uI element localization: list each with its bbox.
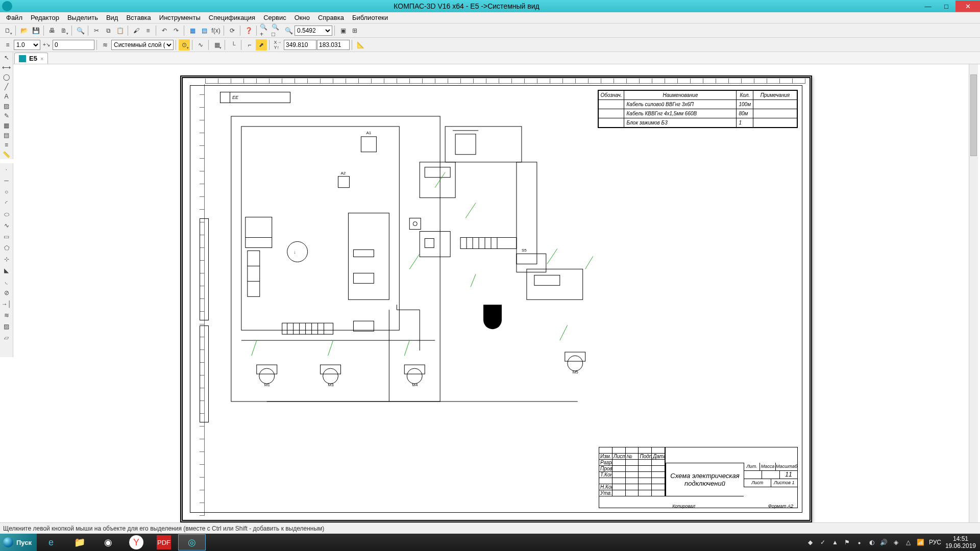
maximize-button[interactable]: □ (937, 1, 955, 12)
segment-tool[interactable]: ─ (2, 176, 12, 186)
cut-button[interactable]: ✂ (91, 25, 102, 36)
taskbar-kompas[interactable]: ◎ (178, 534, 206, 550)
lineweight-select[interactable]: 1.0 (14, 40, 40, 50)
edit-tool[interactable]: ✎ (2, 112, 12, 120)
spline-tool[interactable]: ∿ (2, 220, 12, 231)
tray-icon[interactable]: ◐ (868, 538, 876, 546)
step-input[interactable] (53, 40, 94, 50)
arc-tool[interactable]: ◜ (2, 198, 12, 208)
copy-button[interactable]: ⧉ (103, 25, 114, 36)
menu-view[interactable]: Вид (102, 13, 122, 22)
print-button[interactable]: 🖶 (46, 25, 58, 36)
scrollbar-vertical[interactable] (969, 64, 978, 534)
round-button[interactable]: ⌐ (244, 39, 255, 51)
menu-service[interactable]: Сервис (259, 13, 290, 22)
text-tool[interactable]: A (2, 92, 12, 101)
tray-icon[interactable]: △ (904, 538, 913, 546)
menu-spec[interactable]: Спецификация (205, 13, 259, 22)
lineweight-icon[interactable]: ≡ (2, 39, 13, 51)
open-button[interactable]: 📂 (18, 25, 30, 36)
tray-icon[interactable]: ◆ (806, 538, 815, 546)
point-tool[interactable]: · (2, 164, 12, 174)
rect-tool[interactable]: ▭ (2, 232, 12, 242)
minimize-button[interactable]: — (919, 1, 937, 12)
zoom-select[interactable]: 0.5492 (295, 26, 332, 36)
preview-button[interactable]: 🔍 (75, 25, 86, 36)
taskbar-ie[interactable]: e (37, 534, 65, 550)
redo-button[interactable]: ↷ (170, 25, 182, 36)
menu-tools[interactable]: Инструменты (155, 13, 205, 22)
tray-flag-icon[interactable]: ⚑ (843, 538, 851, 546)
tray-clock[interactable]: 14:51 19.06.2019 (945, 535, 976, 549)
measure-tool[interactable]: 📏 (2, 151, 12, 159)
extend-tool[interactable]: →│ (2, 299, 12, 309)
bom-button[interactable]: ▤ (199, 25, 210, 36)
close-button[interactable]: ✕ (955, 1, 980, 12)
paste-button[interactable]: 📋 (114, 25, 126, 36)
menu-insert[interactable]: Вставка (122, 13, 155, 22)
contour-tool[interactable]: ▱ (2, 333, 12, 343)
menu-help[interactable]: Справка (314, 13, 348, 22)
coord-y-input[interactable] (317, 40, 350, 50)
views-button[interactable]: ▣ (337, 25, 349, 36)
track-button[interactable]: ⬈ (256, 39, 267, 51)
tray-icon[interactable]: ◈ (892, 538, 900, 546)
start-button[interactable]: Пуск (0, 534, 37, 551)
tray-network-icon[interactable]: 📶 (917, 538, 925, 546)
polygon-tool[interactable]: ⬠ (2, 243, 12, 253)
taskbar-chrome[interactable]: ◉ (94, 534, 122, 550)
circle-tool[interactable]: ○ (2, 187, 12, 197)
step-icon[interactable]: +↘ (41, 39, 52, 51)
layers-icon[interactable]: ≋ (100, 39, 111, 51)
manager-button[interactable]: ▦ (187, 25, 198, 36)
autoaxis-tool[interactable]: ⊹ (2, 254, 12, 264)
line-tool[interactable]: ╱ (2, 82, 12, 91)
workspace[interactable]: ЕЕ 00010014650002ЕН0190% Обознач.Наимено… (14, 64, 978, 534)
hatch2-tool[interactable]: ▨ (2, 321, 12, 332)
measure-button[interactable]: 📐 (355, 39, 366, 51)
tray-icon[interactable]: ✓ (819, 538, 827, 546)
tray-volume-icon[interactable]: 🔊 (880, 538, 888, 546)
menu-file[interactable]: Файл (2, 13, 27, 22)
coord-x-input[interactable] (284, 40, 316, 50)
chamfer-tool[interactable]: ◣ (2, 265, 12, 276)
dim-tool[interactable]: ⟷ (2, 63, 12, 71)
equid-tool[interactable]: ≋ (2, 310, 12, 320)
menu-window[interactable]: Окно (290, 13, 314, 22)
zoom-scale-button[interactable]: 🔍 (283, 25, 294, 36)
tray-icon[interactable]: ▲ (831, 538, 839, 546)
arrow-tool[interactable]: ↖ (2, 53, 12, 62)
taskbar-explorer[interactable]: 📁 (66, 534, 93, 550)
doc-tab-close[interactable]: × (40, 56, 43, 62)
fillet-tool[interactable]: ◟ (2, 277, 12, 287)
param-tool[interactable]: ≡ (2, 141, 12, 149)
format-painter-button[interactable]: 🖌 (131, 25, 142, 36)
hatch-tool[interactable]: ▨ (2, 102, 12, 110)
zoom-fit-button[interactable]: 🔍□ (271, 25, 282, 36)
zoom-in-button[interactable]: 🔍+ (259, 25, 271, 36)
print-preview-button[interactable]: 🗎 (58, 25, 69, 36)
snap-button[interactable]: ⊙ (179, 39, 190, 51)
ortho-button[interactable]: └ (228, 39, 239, 51)
geom-tool[interactable]: ◯ (2, 72, 12, 81)
taskbar-yandex[interactable]: Y (129, 535, 143, 549)
tray-icon[interactable]: ⬥ (855, 538, 864, 546)
break-tool[interactable]: ⊘ (2, 288, 12, 298)
fx-button[interactable]: f(x) (210, 25, 222, 36)
tray-lang[interactable]: РУС (929, 539, 941, 546)
layer-select[interactable]: Системный слой (0) (111, 40, 174, 50)
doc-tab[interactable]: Е5 × (14, 53, 48, 64)
save-button[interactable]: 💾 (30, 25, 41, 36)
new-button[interactable]: 🗋 (2, 25, 13, 36)
help-cursor-button[interactable]: ❓ (243, 25, 254, 36)
taskbar-pdf[interactable]: PDF (157, 535, 171, 549)
menu-libs[interactable]: Библиотеки (348, 13, 392, 22)
refresh-button[interactable]: ⟳ (227, 25, 238, 36)
table-tool[interactable]: ▦ (2, 121, 12, 130)
menu-editor[interactable]: Редактор (27, 13, 63, 22)
snap-perp-button[interactable]: ∿ (195, 39, 206, 51)
menu-select[interactable]: Выделить (63, 13, 102, 22)
properties-button[interactable]: ≡ (142, 25, 154, 36)
undo-button[interactable]: ↶ (159, 25, 170, 36)
grid-button[interactable]: ▦ (211, 39, 223, 51)
